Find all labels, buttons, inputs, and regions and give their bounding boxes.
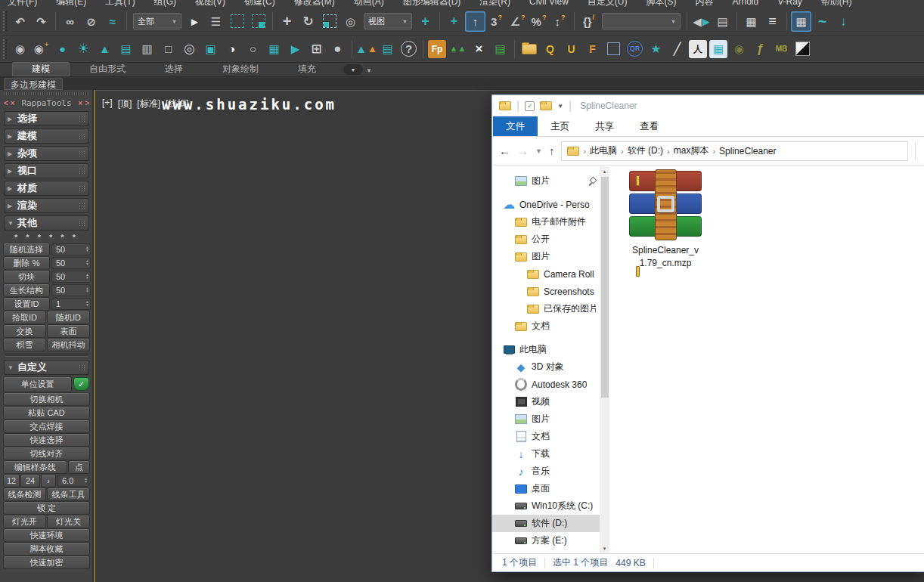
notes-icon[interactable]: ▤ xyxy=(377,39,398,59)
panel-drag-grip[interactable] xyxy=(4,92,89,95)
breadcrumb-segment[interactable]: 软件 (D:) xyxy=(628,144,663,157)
value-12-button[interactable]: 12 xyxy=(4,475,19,487)
edit-spline-button[interactable]: 编辑样条线 xyxy=(4,461,67,473)
properties-check-icon[interactable]: ✓ xyxy=(525,101,535,111)
delete-percent-button[interactable]: 删除 % xyxy=(4,257,49,269)
camera-add-icon[interactable]: ◉+ xyxy=(31,39,51,59)
mb-logo-icon[interactable]: MB xyxy=(771,39,792,59)
tree-item[interactable]: 视频 xyxy=(492,393,600,410)
rollout-custom[interactable]: ▼自定义 xyxy=(4,360,89,375)
menu-item[interactable]: 渲染(R) xyxy=(479,0,510,8)
tree-item[interactable]: 已保存的图片 xyxy=(492,300,600,317)
swap-button[interactable]: 交换 xyxy=(4,325,45,337)
forest-trees-icon[interactable]: ▲▲ xyxy=(448,39,468,59)
tangent-align-button[interactable]: 切线对齐 xyxy=(4,447,89,460)
redo-icon[interactable]: ↷ xyxy=(31,11,51,32)
fingerprint-icon[interactable]: ◉ xyxy=(729,39,749,59)
scroll-right-icon[interactable]: > xyxy=(85,100,89,107)
tree-item[interactable]: 图片 xyxy=(492,172,600,190)
snap-target-icon[interactable]: + xyxy=(444,11,464,32)
random-id-button[interactable]: 随机ID xyxy=(48,311,89,324)
help-icon[interactable]: ? xyxy=(401,41,417,57)
camera-shake-button[interactable]: 相机抖动 xyxy=(48,339,89,351)
spinner-arrows-icon[interactable]: ▲▼ xyxy=(84,478,88,483)
spinner-snap-icon[interactable]: ↕? xyxy=(550,11,570,32)
light-off-button[interactable]: 灯光关 xyxy=(48,515,89,528)
dope-sheet-icon[interactable]: ↓ xyxy=(833,11,854,32)
checklist-icon[interactable]: ▤ xyxy=(490,39,510,59)
next-arrow-button[interactable]: › xyxy=(42,475,55,487)
switch-camera-button[interactable]: 切换相机 xyxy=(4,393,89,405)
forward-button[interactable]: → xyxy=(517,144,529,157)
light-bulb-icon[interactable]: ● xyxy=(52,39,73,59)
ribbon-tab-5[interactable]: 填充 xyxy=(278,62,336,76)
toolbar-grip[interactable] xyxy=(3,39,7,59)
snap-3d-icon[interactable]: 3? xyxy=(486,11,507,32)
f-logo-icon[interactable]: ƒ xyxy=(750,39,771,59)
rollout-other[interactable]: ▼其他 xyxy=(4,215,89,231)
tree-item[interactable]: Win10系统 (C:) xyxy=(492,497,600,515)
breadcrumb[interactable]: ›此电脑›软件 (D:)›max脚本›SplineCleaner xyxy=(561,141,908,161)
close-icon[interactable]: × xyxy=(11,100,15,107)
fire-ring-icon[interactable]: ◎ xyxy=(179,39,200,59)
tree-item[interactable]: ↓下载 xyxy=(492,445,600,463)
tree-item[interactable]: 文档 xyxy=(492,428,600,445)
select-object-icon[interactable]: ► xyxy=(184,11,205,32)
pedestrian-icon[interactable]: 人 xyxy=(689,40,707,58)
image-icon[interactable]: ▦ xyxy=(709,40,727,58)
undo-icon[interactable]: ↶ xyxy=(10,11,30,32)
recent-locations-caret-icon[interactable]: ▼ xyxy=(535,147,542,155)
edit-named-selections-icon[interactable]: {}/ xyxy=(578,11,599,32)
scrollbar-track[interactable] xyxy=(600,176,609,543)
tree-item[interactable]: 图片 xyxy=(492,410,600,428)
plant-page-icon[interactable]: □ xyxy=(158,39,178,59)
monitor-panel-icon[interactable]: ▦ xyxy=(264,39,284,59)
tree-item[interactable]: ☁OneDrive - Perso xyxy=(492,196,600,213)
menu-item[interactable]: 修改器(M) xyxy=(294,0,335,8)
placement-icon[interactable]: ◎ xyxy=(340,11,361,32)
selection-filter-dropdown[interactable]: 全部▼ xyxy=(133,13,181,29)
explorer-tab-1[interactable]: 文件 xyxy=(493,116,538,136)
spinner-arrows-icon[interactable]: ▲▼ xyxy=(85,260,89,265)
tree-item[interactable]: 方案 (E:) xyxy=(492,532,600,549)
ribbon-options-caret-icon[interactable] xyxy=(343,64,363,75)
trees-pair-icon[interactable]: ▲▲ xyxy=(356,39,377,59)
tree-item[interactable]: 桌面 xyxy=(492,480,600,497)
explorer-tab-4[interactable]: 查看 xyxy=(627,116,671,136)
up-button[interactable]: ↑ xyxy=(549,144,555,157)
camera-icon[interactable]: ◉ xyxy=(10,39,30,59)
angle-snap-icon[interactable]: ∠? xyxy=(507,11,528,32)
tree-scrollbar[interactable]: ▲ ▼ xyxy=(600,166,609,553)
coord-system-dropdown[interactable]: 视图▼ xyxy=(364,13,412,29)
random-select-button[interactable]: 随机选择 xyxy=(4,243,49,255)
percent-snap-icon[interactable]: %? xyxy=(529,11,549,32)
script-fav-button[interactable]: 脚本收藏 xyxy=(4,543,89,555)
contrast-icon[interactable] xyxy=(792,39,813,59)
rollout-viewport[interactable]: ▶视口 xyxy=(4,163,89,178)
weld-points-button[interactable]: 交点焊接 xyxy=(4,420,89,432)
pick-id-button[interactable]: 拾取ID xyxy=(4,311,45,324)
tree-item[interactable]: 电子邮件附件 xyxy=(492,213,600,231)
scroll-left-icon[interactable]: < xyxy=(4,100,8,107)
rollout-render[interactable]: ▶渲染 xyxy=(4,198,89,213)
rollout-material[interactable]: ▶材质 xyxy=(4,181,89,196)
curve-editor-icon[interactable]: ~ xyxy=(812,11,833,32)
rotate-icon[interactable]: ↻ xyxy=(298,11,318,32)
ribbon-tab-1[interactable]: 建模 xyxy=(12,62,70,76)
ribbon-tab-3[interactable]: 选择 xyxy=(145,62,203,76)
select-by-name-icon[interactable]: ☰ xyxy=(206,11,226,32)
tree-item[interactable]: Camera Roll xyxy=(492,265,600,283)
mirror-icon[interactable]: ◀▶ xyxy=(691,11,712,32)
subtab-polygon-modeling[interactable]: 多边形建模 xyxy=(4,78,63,90)
tree-item[interactable]: 图片 xyxy=(492,248,600,265)
window-crossing-icon[interactable] xyxy=(248,11,268,32)
light-on-button[interactable]: 灯光开 xyxy=(4,515,45,528)
rollout-modeling[interactable]: ▶建模 xyxy=(4,128,89,144)
qr-icon[interactable]: QR xyxy=(627,41,643,57)
u-letter-icon[interactable]: U xyxy=(561,39,581,59)
lock-button[interactable]: 锁 定 xyxy=(4,502,89,514)
breadcrumb-segment[interactable]: SplineCleaner xyxy=(719,146,776,156)
tree-item[interactable]: ◆3D 对象 xyxy=(492,358,600,376)
value-24-button[interactable]: 24 xyxy=(21,475,39,487)
rect-select-region-icon[interactable] xyxy=(227,11,247,32)
